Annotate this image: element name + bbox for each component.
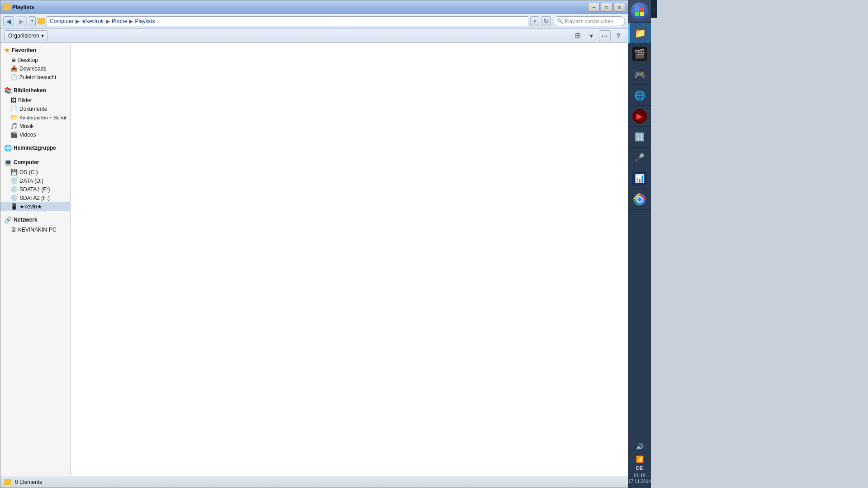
status-items-count: 0 Elemente: [15, 479, 43, 485]
taskbar-app-explorer[interactable]: 📁: [628, 23, 651, 43]
sidebar-section-homegroup: 🌐 Heimnetzgruppe: [0, 142, 70, 153]
title-bar: Playlists − □ ✕: [0, 0, 628, 14]
organize-button[interactable]: Organisieren ▾: [4, 30, 48, 41]
sidebar-header-libraries[interactable]: 📚 Bibliotheken: [0, 85, 70, 96]
musik-icon: 🎵: [10, 123, 18, 129]
explorer-app-icon: 📁: [633, 26, 648, 40]
volume-icon: 🔊: [636, 443, 644, 450]
sidebar-item-musik[interactable]: 🎵 Musik: [0, 122, 70, 130]
musik-label: Musik: [19, 123, 33, 129]
title-bar-left: Playlists: [3, 4, 34, 10]
svg-rect-0: [635, 7, 639, 11]
minimize-button[interactable]: −: [588, 3, 600, 12]
sidebar-header-computer[interactable]: 💻 Computer: [0, 157, 70, 168]
sidebar-section-favorites: ★ Favoriten 🖥 Desktop 📥 Downloads 🕐 Zule…: [0, 45, 70, 81]
libraries-label: Bibliotheken: [14, 87, 46, 94]
file-area[interactable]: [71, 43, 628, 476]
organize-arrow: ▾: [41, 33, 44, 39]
taskbar-language[interactable]: DE: [636, 465, 643, 471]
maximize-button[interactable]: □: [601, 3, 612, 12]
sidebar-item-os-c[interactable]: 💾 OS (C:): [0, 168, 70, 176]
sidebar-item-bilder[interactable]: 🖼 Bilder: [0, 96, 70, 104]
forward-button[interactable]: ▶: [16, 16, 27, 26]
taskbar-app-mediaplayer[interactable]: ▶: [628, 106, 651, 127]
sdata1-icon: 💿: [10, 186, 18, 193]
taskbar-app-game[interactable]: 🎮: [628, 64, 651, 85]
sidebar: ★ Favoriten 🖥 Desktop 📥 Downloads 🕐 Zule…: [0, 43, 71, 476]
sidebar-header-network[interactable]: 🔗 Netzwerk: [0, 214, 70, 225]
kindergarten-icon: 📁: [10, 114, 18, 121]
path-phone[interactable]: Phone: [112, 18, 128, 24]
computer-icon: 💻: [4, 159, 12, 166]
sidebar-item-dokumente[interactable]: 📄 Dokumente: [0, 104, 70, 113]
forward-icon: ▶: [19, 18, 24, 25]
dokumente-label: Dokumente: [19, 106, 47, 112]
kevinakin-label: KEVINAKIN-PC: [18, 227, 57, 233]
windows-orb-button[interactable]: [628, 0, 651, 23]
videos-label: Videos: [19, 132, 36, 138]
search-placeholder[interactable]: Playlists durchsuchen: [565, 19, 613, 24]
sidebar-item-sdata2-f[interactable]: 💿 SDATA2 (F:): [0, 194, 70, 202]
taskbar-app-calc[interactable]: 🔢: [628, 127, 651, 147]
view-button[interactable]: ⊞: [572, 30, 583, 41]
sidebar-header-homegroup[interactable]: 🌐 Heimnetzgruppe: [0, 142, 70, 153]
sdata2-icon: 💿: [10, 194, 18, 201]
taskbar-collapse-arrow[interactable]: ‹: [651, 0, 657, 18]
taskbar-app-stats[interactable]: 📊: [628, 168, 651, 189]
taskbar-divider: [631, 438, 649, 438]
path-playlists[interactable]: Playlists: [135, 18, 155, 24]
path-computer[interactable]: Computer: [50, 18, 74, 24]
window-icon: [3, 4, 10, 10]
bilder-icon: 🖼: [10, 97, 16, 104]
path-sep-3: ▶: [129, 18, 133, 24]
stats-app-icon: 📊: [632, 171, 647, 186]
path-dropdown[interactable]: ▾: [530, 16, 539, 26]
recent-label: Zuletzt besucht: [19, 74, 56, 81]
downloads-icon: 📥: [10, 65, 18, 72]
sidebar-item-kindergarten[interactable]: 📁 Kindergarten + Schul: [0, 113, 70, 122]
sidebar-item-data-d[interactable]: 💿 DATA (D:): [0, 176, 70, 185]
address-path[interactable]: Computer ▶ ★kevin★ ▶ Phone ▶ Playlists: [47, 16, 528, 26]
taskbar-sys-network[interactable]: 📶: [628, 453, 651, 465]
toolbar-left: Organisieren ▾: [4, 30, 48, 41]
computer-label: Computer: [14, 159, 39, 166]
library-icon: 📚: [4, 87, 12, 94]
sidebar-item-downloads[interactable]: 📥 Downloads: [0, 64, 70, 73]
svg-rect-3: [640, 12, 644, 16]
sidebar-header-favorites[interactable]: ★ Favoriten: [0, 45, 70, 56]
organize-label: Organisieren: [8, 33, 39, 39]
sidebar-item-desktop[interactable]: 🖥 Desktop: [0, 56, 70, 64]
sidebar-item-videos[interactable]: 🎬 Videos: [0, 130, 70, 139]
preview-button[interactable]: ▭: [599, 30, 611, 41]
path-sep-2: ▶: [106, 18, 110, 24]
taskbar-app-chrome[interactable]: [628, 189, 651, 210]
kindergarten-label: Kindergarten + Schul: [19, 115, 66, 120]
taskbar-app-ie[interactable]: 🌐: [628, 85, 651, 106]
taskbar-app-mic[interactable]: 🎤: [628, 147, 651, 168]
refresh-button[interactable]: ↻: [541, 16, 551, 26]
favorites-label: Favoriten: [12, 47, 36, 53]
sdata1-label: SDATA1 (E:): [19, 186, 50, 193]
address-bar: ◀ ▶ ▾ Computer ▶ ★kevin★ ▶ Phone ▶ Playl…: [0, 14, 628, 28]
taskbar-app-media[interactable]: 🎬: [628, 43, 651, 64]
homegroup-label: Heimnetzgruppe: [14, 145, 56, 151]
windows-orb: [631, 2, 649, 20]
svg-rect-1: [640, 7, 644, 11]
help-button[interactable]: ?: [612, 30, 624, 41]
svg-rect-2: [635, 12, 639, 16]
os-c-label: OS (C:): [19, 169, 38, 175]
kevinakin-icon: 🖥: [10, 226, 16, 233]
taskbar-system-area: 🔊 📶 DE 01:18 17.11.2014: [628, 436, 651, 488]
view-button-2[interactable]: ▾: [585, 30, 597, 41]
sidebar-item-kevin[interactable]: 📱 ★kevin★: [0, 202, 70, 211]
taskbar-sys-icons[interactable]: 🔊: [628, 440, 651, 453]
close-button[interactable]: ✕: [613, 3, 625, 12]
window-title: Playlists: [12, 4, 34, 10]
sidebar-item-kevinakin-pc[interactable]: 🖥 KEVINAKIN-PC: [0, 225, 70, 234]
sidebar-item-sdata1-e[interactable]: 💿 SDATA1 (E:): [0, 185, 70, 194]
back-button[interactable]: ◀: [3, 16, 14, 26]
history-dropdown[interactable]: ▾: [28, 16, 36, 26]
path-kevin[interactable]: ★kevin★: [81, 18, 104, 24]
taskbar-clock[interactable]: 01:18 17.11.2014: [627, 471, 652, 486]
sidebar-item-recent[interactable]: 🕐 Zuletzt besucht: [0, 73, 70, 81]
